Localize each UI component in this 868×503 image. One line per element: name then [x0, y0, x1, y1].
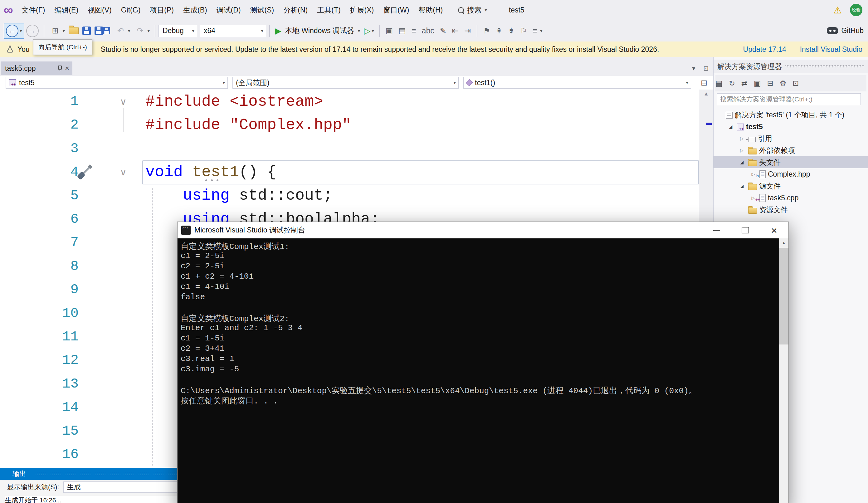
fold-chevron-icon[interactable]: ∨: [116, 160, 131, 184]
menu-item[interactable]: 测试(S): [246, 0, 279, 20]
increase-indent-icon[interactable]: ⇥: [462, 26, 474, 35]
minimize-button[interactable]: [702, 222, 731, 238]
switch-views-icon[interactable]: ▤: [715, 79, 723, 88]
tree-item[interactable]: ◢源文件: [714, 180, 868, 192]
redo-button[interactable]: ↷ ▾: [132, 25, 152, 37]
github-copilot-button[interactable]: GitHub: [827, 27, 864, 35]
console-scrollbar[interactable]: ▲: [779, 238, 788, 503]
quick-search[interactable]: 搜索 ▾: [458, 5, 487, 15]
tree-item[interactable]: ▷外部依赖项: [714, 144, 868, 156]
new-project-button[interactable]: ⊞ ▾: [48, 25, 67, 37]
menu-item[interactable]: 窗口(W): [379, 0, 414, 20]
active-files-dropdown-icon[interactable]: ▾: [692, 64, 695, 72]
solution-platform-dropdown[interactable]: x64 ▾: [200, 25, 266, 37]
menu-item[interactable]: 工具(T): [312, 0, 345, 20]
clear-bookmarks-icon[interactable]: ⚐: [517, 26, 530, 35]
code-token: void: [145, 163, 192, 181]
console-line: 按任意键关闭此窗口. . .: [180, 396, 779, 406]
maximize-button[interactable]: [731, 222, 760, 238]
properties-icon[interactable]: ⚙: [780, 79, 787, 88]
attach-to-process-icon[interactable]: ▣: [383, 26, 396, 35]
tree-item[interactable]: ◢test5: [714, 121, 868, 133]
expanded-arrow-icon[interactable]: ◢: [738, 184, 746, 188]
collapse-all-icon[interactable]: ⊟: [767, 79, 774, 88]
split-window-icon[interactable]: ⊟: [701, 78, 707, 88]
solution-explorer-search-input[interactable]: [717, 93, 861, 105]
scrollbar-thumb[interactable]: [779, 248, 788, 345]
navigate-backward-button[interactable]: ← ▾: [4, 23, 24, 39]
code-line[interactable]: #include "Complex.hpp": [145, 113, 351, 137]
code-token: test1: [192, 163, 239, 181]
tree-item[interactable]: 解决方案 'test5' (1 个项目, 共 1 个): [714, 109, 868, 121]
toolbar-overflow-icon[interactable]: ▾: [540, 28, 542, 34]
start-debugging-button[interactable]: ▶ 本地 Windows 调试器 ▾: [273, 25, 362, 37]
tree-item[interactable]: ▷引用: [714, 133, 868, 144]
line-number: 15: [0, 419, 79, 443]
tab-task5-cpp[interactable]: task5.cpp ×: [1, 61, 72, 75]
previous-bookmark-icon[interactable]: ⇞: [493, 26, 505, 35]
decrease-indent-icon[interactable]: ⇤: [449, 26, 462, 35]
start-without-debugging-button[interactable]: ▷ ▾: [362, 25, 376, 37]
pin-icon[interactable]: [58, 65, 62, 71]
menu-item[interactable]: 调试(D): [212, 0, 246, 20]
notification-warning-icon[interactable]: ⚠: [833, 5, 842, 16]
menu-item[interactable]: 文件(F): [17, 0, 50, 20]
expanded-arrow-icon[interactable]: ◢: [738, 160, 746, 165]
console-title-bar[interactable]: Microsoft Visual Studio 调试控制台 ×: [177, 222, 788, 238]
project-value: test5: [19, 79, 35, 87]
spell-check-icon[interactable]: abc: [419, 26, 437, 35]
save-all-button[interactable]: [93, 25, 113, 36]
debug-console-window[interactable]: Microsoft Visual Studio 调试控制台 × 自定义类模板Co…: [177, 222, 789, 503]
close-button[interactable]: ×: [760, 222, 788, 238]
account-avatar[interactable]: 经验: [850, 4, 862, 16]
menu-item[interactable]: 分析(N): [279, 0, 312, 20]
open-file-button[interactable]: [67, 26, 81, 35]
code-line[interactable]: using std::cout;: [145, 184, 333, 207]
toggle-bookmark-icon[interactable]: ⚑: [480, 26, 493, 35]
line-number: 11: [0, 325, 79, 349]
show-all-files-icon[interactable]: ▣: [754, 79, 761, 88]
scroll-up-arrow-icon[interactable]: ▲: [699, 91, 713, 97]
forward-arrow-icon: →: [26, 25, 39, 37]
error-list-icon[interactable]: ≡: [409, 26, 419, 35]
install-link[interactable]: Install Visual Studio: [800, 45, 862, 54]
update-link[interactable]: Update 17.14: [743, 45, 786, 54]
bookmark-window-icon[interactable]: ≡: [530, 26, 540, 35]
navigate-forward-button[interactable]: →: [24, 23, 41, 38]
expanded-arrow-icon[interactable]: ◢: [727, 124, 735, 129]
member-dropdown[interactable]: test1() ▾: [463, 77, 691, 89]
save-button[interactable]: [81, 25, 93, 36]
sync-with-active-document-icon[interactable]: ⇄: [741, 79, 747, 88]
tree-item[interactable]: ◢头文件: [714, 156, 868, 168]
menu-item[interactable]: 编辑(E): [50, 0, 83, 20]
menu-item[interactable]: 帮助(H): [414, 0, 447, 20]
tree-item[interactable]: 资源文件: [714, 204, 868, 216]
project-dropdown[interactable]: test5 ▾: [6, 77, 228, 89]
scroll-up-arrow-icon[interactable]: ▲: [779, 240, 788, 245]
preview-selected-items-icon[interactable]: ⊡: [793, 79, 799, 88]
solution-configuration-dropdown[interactable]: Debug ▾: [158, 25, 197, 37]
collapsed-arrow-icon[interactable]: ▷: [738, 136, 746, 141]
code-line[interactable]: void test1() {: [145, 160, 277, 184]
menu-item[interactable]: 项目(P): [145, 0, 178, 20]
close-icon[interactable]: ×: [65, 64, 69, 73]
code-line[interactable]: #include <iostream>: [145, 90, 323, 113]
solution-explorer-header[interactable]: 解决方案资源管理器: [714, 60, 868, 73]
menu-item[interactable]: 视图(V): [83, 0, 116, 20]
breakpoints-window-icon[interactable]: ▤: [396, 26, 409, 35]
menu-item[interactable]: 生成(B): [178, 0, 212, 20]
edit-icon[interactable]: ✎: [437, 26, 449, 35]
tab-options-icon[interactable]: ⊡: [703, 64, 709, 72]
undo-button[interactable]: ↶ ▾: [113, 25, 132, 37]
fold-chevron-icon[interactable]: ∨: [116, 90, 131, 113]
refresh-icon[interactable]: ↻: [729, 79, 735, 88]
code-token: std::cout;: [239, 187, 333, 204]
scope-dropdown[interactable]: (全局范围) ▾: [232, 77, 459, 89]
next-bookmark-icon[interactable]: ⇟: [505, 26, 517, 35]
collapsed-arrow-icon[interactable]: ▷: [738, 148, 746, 153]
menu-item[interactable]: 扩展(X): [345, 0, 379, 20]
tree-item[interactable]: ▷Complex.hpp: [714, 168, 868, 180]
tree-item[interactable]: ▷task5.cpp: [714, 192, 868, 204]
output-source-dropdown[interactable]: 生成: [63, 482, 179, 493]
menu-item[interactable]: Git(G): [116, 0, 145, 20]
